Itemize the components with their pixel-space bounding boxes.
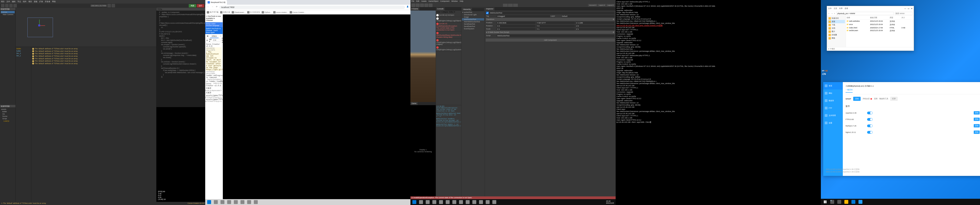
menu-item[interactable]: 项目 bbox=[1, 0, 5, 3]
console-output[interactable]: Cocos Creator v2.4.6cocos2d-js-min.js:35… bbox=[205, 42, 223, 103]
code-line[interactable]: setTimeout(function () { bbox=[157, 67, 204, 69]
toggle-switch[interactable] bbox=[867, 131, 873, 134]
rect-tool-icon[interactable] bbox=[429, 3, 433, 7]
hand-tool-icon[interactable] bbox=[411, 3, 415, 7]
profile-icon[interactable]: 👤 bbox=[406, 6, 409, 9]
refresh-icon[interactable] bbox=[111, 4, 115, 8]
nav-item[interactable]: 快速访问 bbox=[828, 17, 845, 20]
browser-tab[interactable]: StoryNook731小说 bbox=[206, 0, 227, 5]
console-line[interactable]: 已废弃CCNode.js:deprecated:1 bbox=[206, 87, 222, 90]
console-stack[interactable]: [14:38:09] InvalidOperationException: Th… bbox=[436, 105, 461, 196]
code-line[interactable]: let t = this; bbox=[157, 37, 204, 39]
bookmark-item[interactable]: cocos creator... bbox=[273, 11, 288, 14]
bookmark-item[interactable]: Python... bbox=[262, 11, 272, 14]
sidebar-item-file[interactable]: 文件管理 bbox=[823, 112, 843, 119]
code-line[interactable]: ws.onclose = function (event) { bbox=[157, 61, 204, 63]
hierarchy-item[interactable]: Image bbox=[462, 16, 484, 18]
pos-y-input[interactable]: Y 567.6777 bbox=[536, 22, 575, 24]
search-input[interactable] bbox=[895, 12, 913, 15]
console-btn[interactable]: Editor ▾ bbox=[449, 11, 455, 13]
sidebar-item-ftp[interactable]: FTP bbox=[823, 104, 843, 112]
run-button[interactable]: 运行 bbox=[197, 4, 204, 8]
taskbar-app[interactable] bbox=[253, 199, 259, 205]
add-component-button[interactable]: Add Component bbox=[486, 38, 615, 42]
scene-tab[interactable]: # Scene bbox=[410, 8, 419, 11]
account-dropdown[interactable]: Account ▾ bbox=[588, 4, 597, 6]
console-tab[interactable]: Console bbox=[436, 8, 445, 11]
open-button[interactable]: 打开 bbox=[890, 97, 898, 101]
code-line[interactable]: }); bbox=[157, 76, 204, 78]
code-line[interactable]: ws.onmessage = function (event) { bbox=[157, 52, 204, 54]
devtools-tab[interactable]: 控制台 bbox=[210, 34, 218, 38]
code-line[interactable]: if (ws.readyState == WebSocket.OPEN) { bbox=[157, 69, 204, 71]
forward-icon[interactable]: → bbox=[211, 6, 214, 9]
code-line[interactable]: properties: { bbox=[157, 16, 204, 18]
pause-icon[interactable] bbox=[508, 4, 513, 7]
language-banner[interactable]: Always match Chrome's language bbox=[205, 22, 223, 27]
console-btn[interactable]: Clear bbox=[436, 11, 441, 13]
breadcrumb[interactable]: phpstudy_pro > WWW bbox=[836, 12, 894, 15]
hierarchy-panel[interactable]: Hierarchy ▾ socketTest Directional Light… bbox=[461, 8, 485, 196]
scene-view[interactable] bbox=[16, 8, 156, 47]
console-context[interactable]: top ▾ bbox=[209, 38, 212, 42]
inspect-icon[interactable]: ▣ bbox=[205, 34, 210, 38]
game-view[interactable]: Display 1 No cameras rendering bbox=[410, 105, 436, 197]
code-line[interactable]: }; bbox=[157, 58, 204, 61]
code-line[interactable]: ws.send('Hello WebSocket, I am a text me… bbox=[157, 71, 204, 74]
console-warning[interactable]: The 'default' attribute of 'TSTest.color… bbox=[32, 55, 156, 57]
console-btn[interactable]: Collapse bbox=[441, 11, 448, 13]
rotate-tool-icon[interactable] bbox=[420, 3, 424, 7]
nav-pane[interactable]: 快速访问桌面下载文档图片此电脑网络 bbox=[827, 16, 846, 47]
taskbar-app[interactable] bbox=[418, 199, 424, 205]
menu-item[interactable]: 节点 bbox=[18, 0, 21, 3]
toggle-switch[interactable] bbox=[867, 125, 873, 127]
ribbon-tab[interactable]: 文件 bbox=[828, 7, 832, 10]
menu-item[interactable]: File bbox=[411, 0, 414, 3]
bookmark-item[interactable]: 在线小说 bbox=[220, 11, 230, 14]
sidebar-item-database[interactable]: 数据库 bbox=[823, 97, 843, 104]
taskbar-app[interactable] bbox=[232, 199, 239, 205]
terminal-output[interactable]: Client says:GET /websocket.php HTTP/1.1H… bbox=[616, 0, 821, 205]
asset-item[interactable]: assets bbox=[1, 108, 15, 110]
menu-item[interactable]: 面板 bbox=[34, 0, 37, 3]
scl-x-input[interactable]: X 1 bbox=[497, 28, 536, 30]
taskbar-app[interactable] bbox=[451, 199, 458, 205]
console-line[interactable]: Cocos Creator v2.4.6cocos2d-js-min.js:35… bbox=[206, 43, 222, 47]
gear-icon[interactable]: ⚙ bbox=[613, 31, 614, 33]
game-tab[interactable]: Game bbox=[410, 102, 418, 105]
ribbon-tab[interactable]: 主页 bbox=[834, 7, 837, 10]
desktop-area[interactable]: 文件 主页 共享 查看 — ▭ ✕ ← → ↑ phpstudy_pro > W… bbox=[821, 0, 980, 199]
console-panel[interactable]: The 'default' attribute of 'TSTest.color… bbox=[31, 47, 156, 202]
bookmark-item[interactable]: 9.3 论坛论坛 bbox=[247, 11, 260, 14]
toggle-switch[interactable] bbox=[867, 112, 873, 114]
start-button[interactable]: 启动 bbox=[974, 118, 980, 121]
maximize-icon[interactable]: ▭ bbox=[908, 8, 910, 9]
asset-item[interactable]: Load.js bbox=[1, 120, 15, 122]
assets-tree[interactable]: assets Bullet res Scene Script Load.js bbox=[0, 107, 16, 202]
taskbar-app[interactable] bbox=[212, 199, 219, 205]
hierarchy-item[interactable]: SendDataText bbox=[462, 25, 484, 28]
console-entry[interactable]: WebSocketSharp.WebSocket.Send (System.St… bbox=[436, 32, 461, 39]
layout-dropdown[interactable]: Layout ▾ bbox=[606, 4, 615, 6]
taskbar-app[interactable] bbox=[478, 199, 484, 205]
main-tab[interactable]: 一键启动 bbox=[846, 88, 853, 93]
menu-item[interactable]: 文件 bbox=[6, 0, 10, 3]
reload-icon[interactable]: ⟳ bbox=[215, 6, 218, 9]
code-line[interactable]: console.log(d); bbox=[157, 41, 204, 44]
code-line[interactable]: ws.onopen = function (event) { bbox=[157, 44, 204, 46]
taskbar-app[interactable] bbox=[471, 199, 478, 205]
code-line[interactable]: // LIFE-CYCLE CALLBACKS: bbox=[157, 31, 204, 33]
address-bar[interactable]: localhost:7456/ bbox=[220, 6, 405, 9]
start-button[interactable] bbox=[411, 199, 418, 205]
nav-item[interactable]: 桌面 bbox=[828, 20, 845, 23]
code-line[interactable]: start() { bbox=[157, 35, 204, 37]
bookmark-item[interactable]: 电子书下载 bbox=[207, 11, 218, 14]
start-button[interactable]: 启动 bbox=[853, 97, 861, 101]
switch-banner[interactable]: Switch DevTools to Chinese · Don't show … bbox=[205, 27, 223, 34]
nav-item[interactable]: 下载 bbox=[828, 23, 845, 27]
console-warning[interactable]: The 'default' attribute of 'TSTest.color… bbox=[32, 60, 156, 62]
code-line[interactable]: ws.send(''); bbox=[157, 48, 204, 50]
ribbon-tab[interactable]: 共享 bbox=[839, 7, 843, 10]
console-entry[interactable]: [14:38:11] OnOpen bbox=[436, 14, 461, 17]
toggle-switch[interactable] bbox=[867, 118, 873, 121]
